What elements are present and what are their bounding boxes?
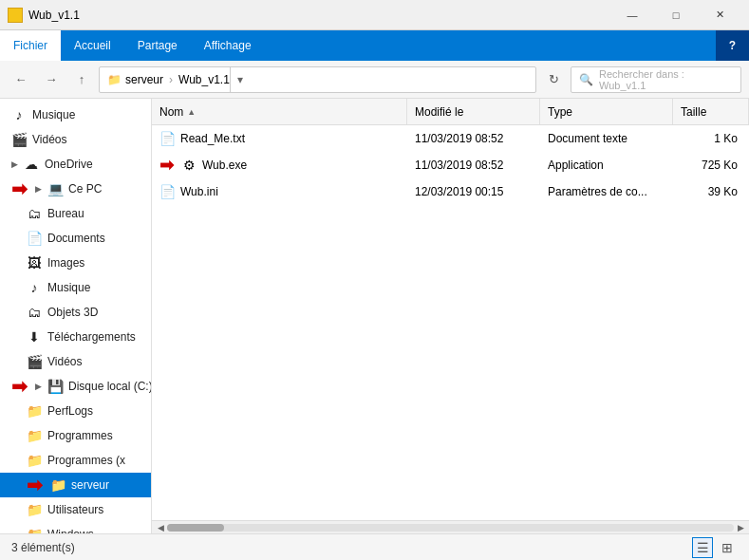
cell-size-wubini: 39 Ko bbox=[673, 185, 749, 198]
sidebar-label: Téléchargements bbox=[47, 330, 136, 344]
sidebar-label: Objets 3D bbox=[47, 306, 98, 319]
sidebar-item-objets3d[interactable]: 🗂Objets 3D bbox=[0, 300, 151, 325]
sidebar-item-disqueC[interactable]: ➡▶💾Disque local (C:) bbox=[0, 374, 151, 399]
sidebar-item-videos[interactable]: 🎬Vidéos bbox=[0, 127, 151, 152]
file-name: Wub.exe bbox=[202, 159, 247, 172]
title-bar-left: Wub_v1.1 bbox=[8, 8, 80, 23]
horizontal-scrollbar[interactable]: ◀ ▶ bbox=[152, 520, 749, 533]
sidebar-item-programmesx[interactable]: 📁Programmes (x bbox=[0, 448, 151, 473]
sidebar-item-serveur[interactable]: ➡📁serveur bbox=[0, 473, 151, 497]
sidebar-label: Utilisateurs bbox=[47, 503, 103, 516]
close-button[interactable]: ✕ bbox=[698, 0, 741, 30]
sidebar-item-onedrive[interactable]: ▶☁OneDrive bbox=[0, 152, 151, 177]
sidebar-item-programmes[interactable]: 📁Programmes bbox=[0, 423, 151, 448]
bureau-icon: 🗂 bbox=[27, 206, 42, 221]
windows-icon: 📁 bbox=[27, 527, 42, 533]
sidebar-label: Disque local (C:) bbox=[68, 380, 151, 393]
col-header-nom[interactable]: Nom ▲ bbox=[152, 99, 407, 124]
sidebar-item-videos2[interactable]: 🎬Vidéos bbox=[0, 349, 151, 374]
view-controls: ☰ ⊞ bbox=[692, 537, 738, 558]
sidebar: ♪Musique🎬Vidéos▶☁OneDrive➡▶💻Ce PC🗂Bureau… bbox=[0, 99, 152, 533]
sidebar-item-musique2[interactable]: ♪Musique bbox=[0, 275, 151, 300]
tile-view-button[interactable]: ⊞ bbox=[717, 537, 738, 558]
readme-icon: 📄 bbox=[159, 131, 175, 146]
search-box[interactable]: 🔍 Rechercher dans : Wub_v1.1 bbox=[571, 66, 741, 93]
sidebar-label: Vidéos bbox=[47, 355, 82, 368]
videos-icon: 🎬 bbox=[11, 132, 27, 147]
tab-affichage[interactable]: Affichage bbox=[191, 30, 265, 61]
wubini-icon: 📄 bbox=[159, 184, 175, 199]
sidebar-label: Images bbox=[47, 256, 84, 270]
maximize-button[interactable]: □ bbox=[654, 0, 698, 30]
programmes-icon: 📁 bbox=[27, 428, 42, 443]
detail-view-button[interactable]: ☰ bbox=[692, 537, 713, 558]
column-headers: Nom ▲ Modifié le Type Taille bbox=[152, 99, 749, 125]
cell-type-readme: Document texte bbox=[540, 132, 673, 145]
back-button[interactable]: ← bbox=[8, 66, 34, 93]
sidebar-item-cepc[interactable]: ➡▶💻Ce PC bbox=[0, 177, 151, 201]
search-icon: 🔍 bbox=[579, 73, 593, 86]
telechargements-icon: ⬇ bbox=[27, 329, 42, 345]
path-segment-wub: Wub_v1.1 bbox=[178, 73, 230, 86]
breadcrumb: 📁 serveur › Wub_v1.1 bbox=[107, 73, 230, 86]
refresh-button[interactable]: ↻ bbox=[540, 66, 567, 93]
sidebar-label: Musique bbox=[47, 281, 90, 294]
expand-arrow-icon: ▶ bbox=[35, 382, 42, 391]
cell-type-wubini: Paramètres de co... bbox=[540, 185, 673, 198]
cell-date-wubini: 12/03/2019 00:15 bbox=[407, 185, 540, 198]
file-area: Nom ▲ Modifié le Type Taille 📄Read_Me.tx… bbox=[152, 99, 749, 533]
path-segment-serveur: serveur bbox=[125, 73, 163, 86]
documents-icon: 📄 bbox=[27, 231, 42, 246]
file-row-readme[interactable]: 📄Read_Me.txt11/03/2019 08:52Document tex… bbox=[152, 125, 749, 152]
file-name: Read_Me.txt bbox=[180, 132, 245, 145]
sidebar-item-bureau[interactable]: 🗂Bureau bbox=[0, 201, 151, 226]
cell-type-wubexe: Application bbox=[540, 159, 673, 172]
cell-name-readme: 📄Read_Me.txt bbox=[152, 131, 407, 146]
videos2-icon: 🎬 bbox=[27, 354, 42, 369]
sidebar-item-perflogs[interactable]: 📁PerfLogs bbox=[0, 399, 151, 423]
cell-name-wubini: 📄Wub.ini bbox=[152, 184, 407, 199]
scroll-track[interactable] bbox=[167, 524, 734, 532]
musique-icon: ♪ bbox=[11, 107, 27, 122]
sidebar-item-musique[interactable]: ♪Musique bbox=[0, 103, 151, 127]
address-path[interactable]: 📁 serveur › Wub_v1.1 ▾ bbox=[99, 66, 536, 93]
path-dropdown-button[interactable]: ▾ bbox=[230, 66, 251, 93]
sidebar-label: OneDrive bbox=[45, 158, 93, 171]
tab-fichier[interactable]: Fichier bbox=[0, 30, 61, 61]
disqueC-icon: 💾 bbox=[47, 379, 63, 394]
tab-partage[interactable]: Partage bbox=[124, 30, 191, 61]
expand-arrow-icon: ▶ bbox=[35, 184, 42, 194]
tab-accueil[interactable]: Accueil bbox=[61, 30, 124, 61]
images-icon: 🖼 bbox=[27, 255, 42, 271]
cepc-icon: 💻 bbox=[47, 181, 63, 196]
up-button[interactable]: ↑ bbox=[68, 66, 95, 93]
sidebar-item-images[interactable]: 🖼Images bbox=[0, 251, 151, 275]
status-bar: 3 élément(s) ☰ ⊞ bbox=[0, 533, 749, 560]
scroll-thumb[interactable] bbox=[167, 524, 224, 532]
cell-date-readme: 11/03/2019 08:52 bbox=[407, 132, 540, 145]
serveur-icon: 📁 bbox=[50, 477, 66, 493]
cell-size-wubexe: 725 Ko bbox=[673, 159, 749, 172]
sidebar-item-telechargements[interactable]: ⬇Téléchargements bbox=[0, 325, 151, 349]
help-button[interactable]: ? bbox=[716, 30, 749, 61]
file-row-wubexe[interactable]: ➡⚙Wub.exe11/03/2019 08:52Application725 … bbox=[152, 152, 749, 178]
cell-name-wubexe: ➡⚙Wub.exe bbox=[152, 155, 407, 176]
programmesx-icon: 📁 bbox=[27, 453, 42, 468]
col-header-type[interactable]: Type bbox=[540, 99, 673, 124]
sidebar-item-windows[interactable]: 📁Windows bbox=[0, 522, 151, 533]
main-content: ♪Musique🎬Vidéos▶☁OneDrive➡▶💻Ce PC🗂Bureau… bbox=[0, 99, 749, 533]
sidebar-label: PerfLogs bbox=[47, 404, 93, 418]
item-count: 3 élément(s) bbox=[11, 541, 75, 554]
sidebar-item-utilisateurs[interactable]: 📁Utilisateurs bbox=[0, 497, 151, 522]
sidebar-item-documents[interactable]: 📄Documents bbox=[0, 226, 151, 251]
col-header-taille[interactable]: Taille bbox=[673, 99, 749, 124]
forward-button[interactable]: → bbox=[38, 66, 65, 93]
scroll-right-button[interactable]: ▶ bbox=[734, 521, 747, 534]
file-row-wubini[interactable]: 📄Wub.ini12/03/2019 00:15Paramètres de co… bbox=[152, 178, 749, 205]
scroll-left-button[interactable]: ◀ bbox=[154, 521, 167, 534]
col-header-modifie[interactable]: Modifié le bbox=[407, 99, 540, 124]
musique2-icon: ♪ bbox=[27, 280, 42, 295]
minimize-button[interactable]: — bbox=[610, 0, 654, 30]
title-text: Wub_v1.1 bbox=[28, 9, 80, 22]
objets3d-icon: 🗂 bbox=[27, 305, 42, 320]
